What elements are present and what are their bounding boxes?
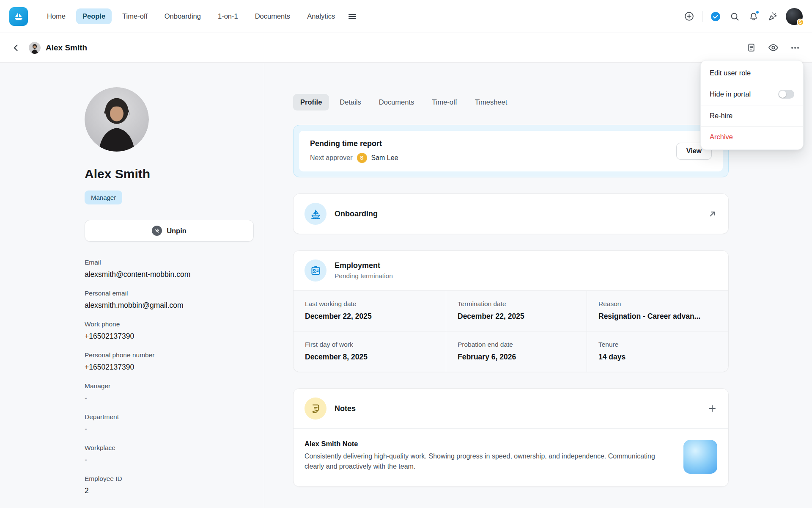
field-value: December 22, 2025 [305,312,437,321]
field-department: Department - [85,413,254,433]
field-work-phone: Work phone +16502137390 [85,320,254,341]
field-label: Manager [85,382,254,390]
tab-timeoff[interactable]: Time-off [425,94,464,110]
add-note-plus-icon[interactable] [707,403,717,414]
nav-item-1on1[interactable]: 1-on-1 [211,8,244,24]
notes-card: Notes Alex Smith Note Consistently deliv… [293,388,729,487]
employee-avatar-small [29,42,41,54]
menu-label: Hide in portal [710,90,751,98]
onboarding-card[interactable]: Onboarding [293,193,729,234]
nav-item-onboarding[interactable]: Onboarding [158,8,207,24]
field-value: 2 [85,486,254,495]
onboarding-title: Onboarding [335,210,378,218]
field-label: Email [85,259,254,266]
field-value: - [85,456,254,464]
menu-item-edit-user-role[interactable]: Edit user role [701,63,803,83]
field-value: - [85,394,254,403]
note-item[interactable]: Alex Smith Note Consistently delivering … [294,428,728,486]
next-approver-label: Next approver [310,154,353,162]
field-label: Personal email [85,290,254,297]
search-icon[interactable] [729,11,741,22]
field-value: December 22, 2025 [458,312,578,321]
field-label: First day of work [305,341,437,348]
nav-links: Home People Time-off Onboarding 1-on-1 D… [41,8,341,24]
approver-avatar: S [357,153,367,163]
pending-time-report-banner: Pending time report Next approver S Sam … [293,125,729,177]
note-thumbnail [683,440,717,474]
back-icon[interactable] [11,43,21,53]
hamburger-menu-icon[interactable] [347,11,357,22]
field-termination-date: Termination date December 22, 2025 [446,291,587,331]
profile-sidebar: Alex Smith Manager Unpin Email alexsmith… [0,63,264,508]
unpin-button[interactable]: Unpin [85,220,254,242]
field-value: December 8, 2025 [305,353,437,362]
field-label: Last working date [305,300,437,308]
open-onboarding-arrow-icon[interactable] [708,209,717,219]
hide-in-portal-toggle[interactable] [778,90,794,99]
field-email: Email alexsmith@content-mobbin.com [85,259,254,279]
field-label: Personal phone number [85,351,254,359]
notifications-bell-icon[interactable] [748,11,760,22]
menu-item-rehire[interactable]: Re-hire [701,105,803,126]
report-form-icon[interactable] [745,42,757,54]
note-content: Alex Smith Note Consistently delivering … [304,440,667,472]
employment-title: Employment [335,261,393,270]
employment-row: Last working date December 22, 2025 Term… [294,290,728,331]
notes-notepad-icon [304,398,326,420]
top-nav-right: S [683,8,803,25]
menu-item-archive[interactable]: Archive [701,126,803,147]
more-options-icon[interactable] [789,42,801,54]
field-value: Resignation - Career advan... [598,312,720,321]
field-label: Termination date [458,300,578,308]
field-tenure: Tenure 14 days [587,331,728,372]
menu-item-hide-in-portal[interactable]: Hide in portal [701,83,803,105]
field-label: Employee ID [85,475,254,483]
field-label: Tenure [598,341,720,348]
note-item-body: Consistently delivering high-quality wor… [304,451,667,472]
alert-text: Pending time report Next approver S Sam … [310,139,398,163]
field-label: Department [85,413,254,421]
approver-name: Sam Lee [371,154,398,162]
nav-item-documents[interactable]: Documents [249,8,296,24]
field-first-day-of-work: First day of work December 8, 2025 [294,331,446,372]
nav-item-timeoff[interactable]: Time-off [116,8,154,24]
field-value: February 6, 2026 [458,353,578,362]
app-logo[interactable] [9,7,28,26]
user-avatar[interactable]: S [786,8,803,25]
field-personal-phone: Personal phone number +16502137390 [85,351,254,372]
unpin-icon [152,226,162,236]
field-label: Workplace [85,444,254,452]
employment-details: Last working date December 22, 2025 Term… [294,290,728,372]
tab-timesheet[interactable]: Timesheet [468,94,514,110]
field-personal-email: Personal email alexsmith.mobbin@gmail.co… [85,290,254,310]
tab-profile[interactable]: Profile [293,94,329,110]
whats-new-party-icon[interactable] [767,11,779,22]
tab-documents[interactable]: Documents [372,94,421,110]
nav-item-people[interactable]: People [76,8,112,24]
employment-row: First day of work December 8, 2025 Proba… [294,331,728,372]
field-label: Reason [598,300,720,308]
approvals-check-icon[interactable] [710,11,721,22]
nav-item-analytics[interactable]: Analytics [301,8,341,24]
preview-eye-icon[interactable] [767,42,779,54]
onboarding-ship-icon [304,203,326,225]
page-header: Alex Smith [0,33,812,63]
menu-label: Re-hire [710,112,732,120]
nav-item-home[interactable]: Home [41,8,72,24]
field-label: Probation end date [458,341,578,348]
field-value: alexsmith@content-mobbin.com [85,270,254,279]
field-workplace: Workplace - [85,444,254,464]
divider [702,11,702,22]
menu-label: Edit user role [710,69,751,77]
menu-label: Archive [710,133,733,141]
content-area: Alex Smith Manager Unpin Email alexsmith… [0,63,812,508]
alert-title: Pending time report [310,139,398,148]
field-reason: Reason Resignation - Career advan... [587,291,728,331]
add-icon[interactable] [683,11,695,22]
employment-badge-icon [304,260,326,282]
tab-details[interactable]: Details [332,94,368,110]
field-value: - [85,425,254,433]
page-title: Alex Smith [46,43,87,52]
field-value: +16502137390 [85,332,254,341]
role-badge: Manager [85,190,122,204]
